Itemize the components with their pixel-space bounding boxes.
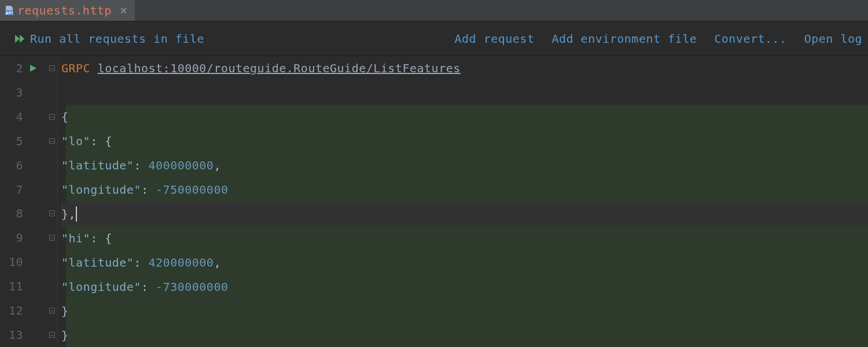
line-number[interactable]: 8 (16, 202, 23, 226)
fold-toggle-icon[interactable] (49, 65, 55, 71)
line-number[interactable]: 9 (16, 226, 23, 250)
line-number[interactable]: 3 (16, 80, 23, 105)
run-all-icon[interactable] (14, 32, 28, 46)
line-number[interactable]: 10 (9, 250, 23, 274)
line-number[interactable]: 11 (9, 274, 23, 298)
line-number[interactable]: 6 (16, 153, 23, 178)
file-tab[interactable]: API requests.http × (0, 0, 135, 21)
open-log-link[interactable]: Open log (804, 32, 862, 46)
fold-toggle-icon[interactable] (49, 138, 55, 144)
fold-toggle-icon[interactable] (49, 211, 55, 216)
fold-toggle-icon[interactable] (49, 308, 55, 313)
close-icon[interactable]: × (120, 4, 128, 17)
json-number: 420000000 (149, 256, 214, 270)
json-number: -750000000 (156, 183, 228, 197)
line-number[interactable]: 4 (16, 105, 23, 129)
json-key: "longitude" (61, 183, 141, 197)
text-cursor (76, 206, 77, 222)
run-gutter (29, 56, 46, 347)
grpc-method: GRPC (61, 61, 90, 75)
line-number[interactable]: 13 (9, 323, 23, 347)
tab-filename: requests.http (17, 3, 112, 17)
json-key: "longitude" (61, 280, 141, 294)
convert-link[interactable]: Convert... (714, 32, 786, 46)
add-request-link[interactable]: Add request (454, 32, 534, 46)
line-number[interactable]: 7 (16, 178, 23, 202)
json-brace: { (61, 110, 69, 124)
json-key: "latitude" (61, 256, 134, 270)
fold-toggle-icon[interactable] (49, 332, 55, 338)
tab-bar: API requests.http × (0, 0, 868, 21)
json-number: -730000000 (156, 280, 228, 294)
line-number[interactable]: 5 (16, 129, 23, 153)
fold-toggle-icon[interactable] (49, 114, 55, 120)
run-all-requests-link[interactable]: Run all requests in file (30, 32, 204, 46)
add-env-file-link[interactable]: Add environment file (551, 32, 697, 46)
fold-toggle-icon[interactable] (49, 235, 55, 241)
api-file-icon: API (3, 5, 15, 16)
json-key: "lo" (61, 134, 90, 148)
editor[interactable]: 2 3 4 5 6 7 8 9 10 11 12 13 (0, 56, 868, 347)
json-number: 400000000 (149, 158, 214, 172)
action-bar: Run all requests in file Add request Add… (0, 21, 868, 56)
code-area[interactable]: GRPC localhost:10000/routeguide.RouteGui… (58, 56, 868, 347)
line-number[interactable]: 2 (16, 56, 23, 80)
current-line-highlight (61, 202, 868, 226)
request-url[interactable]: localhost:10000/routeguide.RouteGuide/Li… (98, 61, 461, 75)
json-key: "latitude" (61, 158, 134, 172)
line-number[interactable]: 12 (9, 298, 23, 323)
svg-text:API: API (5, 11, 13, 15)
fold-gutter (46, 56, 58, 347)
line-gutter: 2 3 4 5 6 7 8 9 10 11 12 13 (0, 56, 29, 347)
json-key: "hi" (61, 231, 90, 245)
run-request-icon[interactable] (29, 56, 46, 80)
